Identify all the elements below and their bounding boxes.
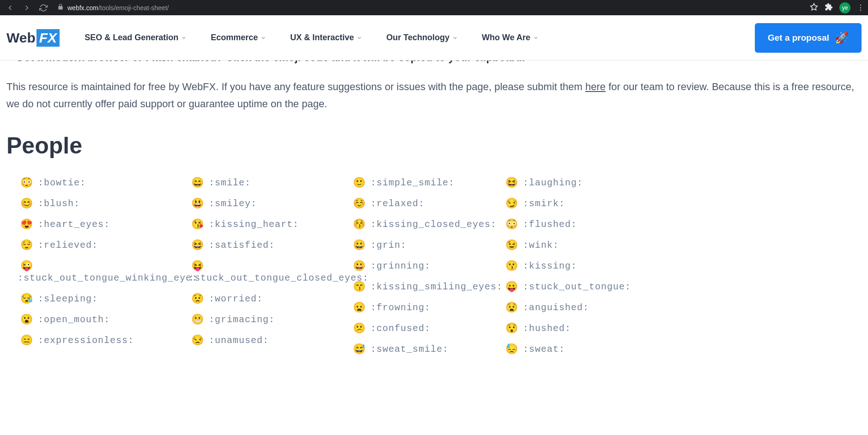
cta-proposal-button[interactable]: Get a proposal 🚀 — [755, 23, 862, 53]
address-bar[interactable]: webfx.com/tools/emoji-cheat-sheet/ — [54, 4, 806, 12]
bookmark-icon[interactable] — [810, 3, 818, 13]
emoji-glyph: 😃 — [191, 198, 202, 208]
emoji-item[interactable]: 😝:stuck_out_tongue_closed_eyes: — [191, 261, 353, 283]
emoji-glyph: 😆 — [191, 240, 202, 250]
emoji-glyph: 😮 — [20, 314, 31, 325]
nav-item-seo[interactable]: SEO & Lead Generation — [85, 33, 187, 43]
emoji-glyph: 😬 — [191, 314, 202, 325]
emoji-glyph: 😏 — [505, 198, 516, 208]
main-nav: SEO & Lead Generation Ecommerce UX & Int… — [85, 33, 755, 43]
emoji-glyph: 😪 — [20, 294, 31, 304]
intro-paragraph: This resource is maintained for free by … — [6, 78, 862, 113]
site-logo[interactable]: WebFX — [6, 29, 60, 47]
emoji-item[interactable]: 😆:satisfied: — [191, 240, 353, 251]
profile-avatar[interactable]: ye — [839, 2, 850, 13]
here-link[interactable]: here — [585, 81, 606, 92]
emoji-item[interactable]: ☺️:relaxed: — [353, 198, 505, 209]
nav-item-about[interactable]: Who We Are — [482, 33, 539, 43]
emoji-code: :grimacing: — [209, 314, 275, 325]
emoji-code: :grinning: — [370, 261, 431, 271]
emoji-item[interactable]: 🙂:simple_smile: — [353, 178, 505, 188]
emoji-glyph: 😅 — [353, 344, 364, 354]
emoji-code: :sweat_smile: — [370, 344, 449, 355]
emoji-code: :kissing: — [523, 261, 577, 271]
emoji-code: :frowning: — [370, 302, 431, 313]
extensions-icon[interactable] — [825, 3, 833, 13]
emoji-item[interactable]: 😪:sleeping: — [20, 294, 191, 304]
emoji-item[interactable]: 😳:flushed: — [505, 219, 862, 230]
emoji-item[interactable]: 😙:kissing_smiling_eyes: — [353, 282, 505, 292]
nav-item-ecommerce[interactable]: Ecommerce — [211, 33, 266, 43]
emoji-code: :grin: — [370, 240, 407, 251]
forward-button[interactable] — [20, 1, 33, 14]
browser-toolbar: webfx.com/tools/emoji-cheat-sheet/ ye ⋮ — [0, 0, 868, 15]
emoji-item[interactable]: 😉:wink: — [505, 240, 862, 251]
emoji-code: :stuck_out_tongue_closed_eyes: — [188, 273, 369, 283]
emoji-code: :sweat: — [523, 344, 565, 355]
emoji-item[interactable]: 😊:blush: — [20, 198, 191, 209]
emoji-item[interactable]: 😕:confused: — [353, 323, 505, 334]
emoji-item[interactable]: 😌:relieved: — [20, 240, 191, 251]
emoji-glyph: 😘 — [191, 219, 202, 229]
nav-item-technology[interactable]: Our Technology — [386, 33, 458, 43]
emoji-item[interactable]: 😀:grin: — [353, 240, 505, 251]
clipped-intro-line: > Got a modern browser or Flash enabled?… — [6, 61, 862, 68]
emoji-glyph: 😯 — [505, 323, 516, 333]
emoji-code: :kissing_smiling_eyes: — [370, 282, 503, 292]
emoji-glyph: 😌 — [20, 240, 31, 250]
emoji-code: :blush: — [38, 198, 80, 209]
emoji-item[interactable]: 😛:stuck_out_tongue: — [505, 282, 862, 292]
emoji-item[interactable]: 😒:unamused: — [191, 335, 353, 346]
emoji-glyph: 😗 — [505, 261, 516, 271]
emoji-item[interactable]: 😏:smirk: — [505, 198, 862, 209]
emoji-glyph: 😙 — [353, 282, 364, 292]
emoji-code: :kissing_closed_eyes: — [370, 219, 497, 230]
emoji-code: :wink: — [523, 240, 559, 251]
logo-web: Web — [6, 30, 36, 46]
emoji-item[interactable]: 😧:anguished: — [505, 302, 862, 313]
emoji-item[interactable]: 😳:bowtie: — [20, 178, 191, 188]
emoji-code: :relieved: — [38, 240, 98, 251]
emoji-item[interactable]: 😓:sweat: — [505, 344, 862, 355]
emoji-code: :smirk: — [523, 198, 565, 209]
emoji-item[interactable]: 😄:smile: — [191, 178, 353, 188]
emoji-code: :unamused: — [209, 335, 269, 346]
emoji-item[interactable]: 😬:grimacing: — [191, 314, 353, 325]
emoji-glyph: 🙂 — [353, 178, 364, 188]
emoji-item[interactable]: 😜:stuck_out_tongue_winking_eye: — [20, 261, 191, 283]
emoji-glyph: 😟 — [191, 294, 202, 304]
emoji-code: :laughing: — [523, 178, 583, 188]
emoji-code: :heart_eyes: — [38, 219, 110, 230]
emoji-glyph: 😚 — [353, 219, 364, 229]
emoji-item[interactable]: 😑:expressionless: — [20, 335, 191, 346]
emoji-item[interactable]: 😘:kissing_heart: — [191, 219, 353, 230]
emoji-item[interactable]: 😦:frowning: — [353, 302, 505, 313]
chevron-down-icon — [181, 35, 187, 41]
reload-button[interactable] — [37, 1, 50, 14]
emoji-code: :worried: — [209, 294, 263, 304]
emoji-item[interactable]: 😀:grinning: — [353, 261, 505, 271]
emoji-item[interactable]: 😮:open_mouth: — [20, 314, 191, 325]
emoji-code: :smile: — [209, 178, 251, 188]
emoji-code: :confused: — [370, 323, 431, 334]
emoji-code: :smiley: — [209, 198, 257, 209]
emoji-item[interactable]: 😯:hushed: — [505, 323, 862, 334]
emoji-item[interactable]: 😆:laughing: — [505, 178, 862, 188]
back-button[interactable] — [4, 1, 17, 14]
emoji-item[interactable]: 😍:heart_eyes: — [20, 219, 191, 230]
emoji-glyph: 😒 — [191, 335, 202, 345]
emoji-item[interactable]: 😅:sweat_smile: — [353, 344, 505, 355]
emoji-item[interactable]: 😚:kissing_closed_eyes: — [353, 219, 505, 230]
emoji-glyph: 😊 — [20, 198, 31, 208]
url-text: webfx.com/tools/emoji-cheat-sheet/ — [67, 4, 169, 12]
svg-marker-0 — [811, 3, 818, 10]
nav-item-ux[interactable]: UX & Interactive — [290, 33, 362, 43]
emoji-code: :stuck_out_tongue: — [523, 282, 631, 292]
emoji-glyph: 😝 — [191, 261, 202, 271]
chevron-down-icon — [452, 35, 458, 41]
emoji-item[interactable]: 😗:kissing: — [505, 261, 862, 271]
more-menu-icon[interactable]: ⋮ — [857, 3, 864, 12]
emoji-item[interactable]: 😃:smiley: — [191, 198, 353, 209]
emoji-item[interactable]: 😟:worried: — [191, 294, 353, 304]
emoji-glyph: 😆 — [505, 178, 516, 188]
